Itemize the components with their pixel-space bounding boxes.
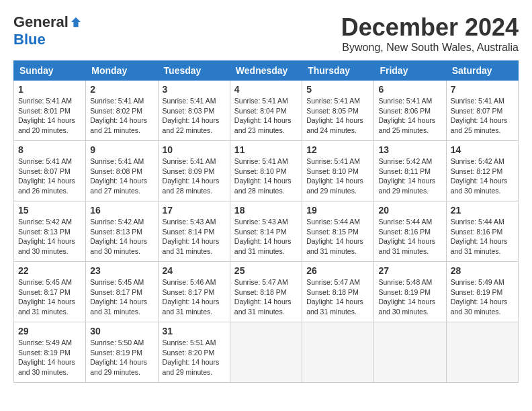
table-row: 16 Sunrise: 5:42 AMSunset: 8:13 PMDaylig… [86, 201, 158, 262]
table-row: 17 Sunrise: 5:43 AMSunset: 8:14 PMDaylig… [158, 201, 230, 262]
col-wednesday: Wednesday [230, 61, 302, 81]
table-row: 22 Sunrise: 5:45 AMSunset: 8:17 PMDaylig… [14, 262, 86, 322]
table-row: 2 Sunrise: 5:41 AMSunset: 8:02 PMDayligh… [86, 81, 158, 141]
table-row: 3 Sunrise: 5:41 AMSunset: 8:03 PMDayligh… [158, 81, 230, 141]
table-row: 27 Sunrise: 5:48 AMSunset: 8:19 PMDaylig… [374, 262, 446, 322]
col-friday: Friday [374, 61, 446, 81]
table-row: 15 Sunrise: 5:42 AMSunset: 8:13 PMDaylig… [14, 201, 86, 262]
title-area: December 2024 Bywong, New South Wales, A… [341, 13, 519, 54]
col-sunday: Sunday [14, 61, 86, 81]
table-row: 9 Sunrise: 5:41 AMSunset: 8:08 PMDayligh… [86, 141, 158, 201]
table-row-empty [302, 322, 374, 383]
svg-marker-0 [71, 17, 81, 27]
table-row: 14 Sunrise: 5:42 AMSunset: 8:12 PMDaylig… [446, 141, 518, 201]
col-monday: Monday [86, 61, 158, 81]
table-row-empty [446, 322, 518, 383]
week-4: 22 Sunrise: 5:45 AMSunset: 8:17 PMDaylig… [14, 262, 519, 322]
col-thursday: Thursday [302, 61, 374, 81]
header: General Blue December 2024 Bywong, New S… [13, 13, 519, 54]
table-row: 11 Sunrise: 5:41 AMSunset: 8:10 PMDaylig… [230, 141, 302, 201]
logo-blue-text: Blue [13, 31, 46, 48]
week-1: 1 Sunrise: 5:41 AMSunset: 8:01 PMDayligh… [14, 81, 519, 141]
col-tuesday: Tuesday [158, 61, 230, 81]
week-2: 8 Sunrise: 5:41 AMSunset: 8:07 PMDayligh… [14, 141, 519, 201]
table-row: 24 Sunrise: 5:46 AMSunset: 8:17 PMDaylig… [158, 262, 230, 322]
logo: General Blue [13, 13, 82, 48]
col-saturday: Saturday [446, 61, 518, 81]
logo-icon [70, 16, 82, 28]
table-row-empty [230, 322, 302, 383]
table-row: 4 Sunrise: 5:41 AMSunset: 8:04 PMDayligh… [230, 81, 302, 141]
table-row: 1 Sunrise: 5:41 AMSunset: 8:01 PMDayligh… [14, 81, 86, 141]
calendar: Sunday Monday Tuesday Wednesday Thursday… [13, 60, 519, 383]
location-title: Bywong, New South Wales, Australia [341, 42, 519, 54]
week-5: 29 Sunrise: 5:49 AMSunset: 8:19 PMDaylig… [14, 322, 519, 383]
month-title: December 2024 [341, 13, 519, 42]
table-row: 10 Sunrise: 5:41 AMSunset: 8:09 PMDaylig… [158, 141, 230, 201]
header-row: Sunday Monday Tuesday Wednesday Thursday… [14, 61, 519, 81]
table-row: 5 Sunrise: 5:41 AMSunset: 8:05 PMDayligh… [302, 81, 374, 141]
table-row: 23 Sunrise: 5:45 AMSunset: 8:17 PMDaylig… [86, 262, 158, 322]
table-row: 21 Sunrise: 5:44 AMSunset: 8:16 PMDaylig… [446, 201, 518, 262]
table-row: 25 Sunrise: 5:47 AMSunset: 8:18 PMDaylig… [230, 262, 302, 322]
table-row: 19 Sunrise: 5:44 AMSunset: 8:15 PMDaylig… [302, 201, 374, 262]
table-row: 26 Sunrise: 5:47 AMSunset: 8:18 PMDaylig… [302, 262, 374, 322]
table-row: 29 Sunrise: 5:49 AMSunset: 8:19 PMDaylig… [14, 322, 86, 383]
table-row: 18 Sunrise: 5:43 AMSunset: 8:14 PMDaylig… [230, 201, 302, 262]
table-row: 20 Sunrise: 5:44 AMSunset: 8:16 PMDaylig… [374, 201, 446, 262]
table-row: 28 Sunrise: 5:49 AMSunset: 8:19 PMDaylig… [446, 262, 518, 322]
table-row: 8 Sunrise: 5:41 AMSunset: 8:07 PMDayligh… [14, 141, 86, 201]
week-3: 15 Sunrise: 5:42 AMSunset: 8:13 PMDaylig… [14, 201, 519, 262]
logo-general-text: General [13, 13, 69, 31]
table-row-empty [374, 322, 446, 383]
table-row: 12 Sunrise: 5:41 AMSunset: 8:10 PMDaylig… [302, 141, 374, 201]
table-row: 6 Sunrise: 5:41 AMSunset: 8:06 PMDayligh… [374, 81, 446, 141]
table-row: 30 Sunrise: 5:50 AMSunset: 8:19 PMDaylig… [86, 322, 158, 383]
table-row: 7 Sunrise: 5:41 AMSunset: 8:07 PMDayligh… [446, 81, 518, 141]
table-row: 13 Sunrise: 5:42 AMSunset: 8:11 PMDaylig… [374, 141, 446, 201]
table-row: 31 Sunrise: 5:51 AMSunset: 8:20 PMDaylig… [158, 322, 230, 383]
